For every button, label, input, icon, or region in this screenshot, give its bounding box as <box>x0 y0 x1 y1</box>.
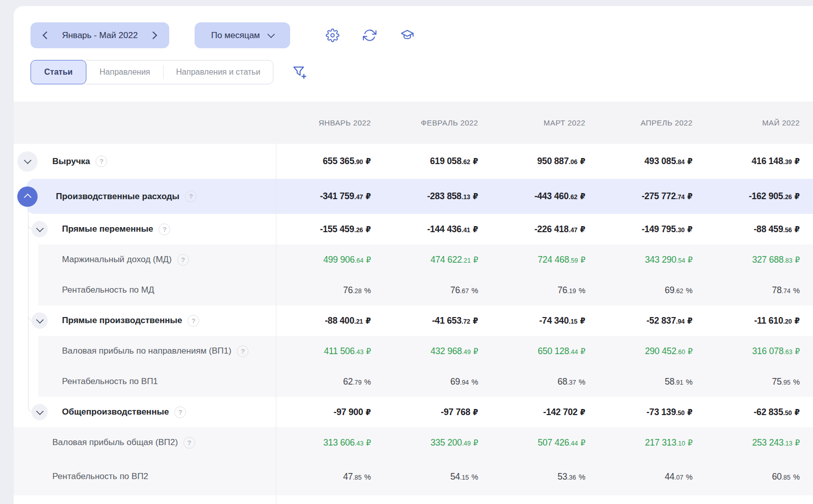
expand-button[interactable] <box>32 404 48 420</box>
row-label-cell: Прямые переменные? <box>14 214 276 244</box>
prev-period-button[interactable] <box>41 29 52 41</box>
value-cell: 650 128.44₽ <box>490 346 598 357</box>
help-icon[interactable]: ? <box>187 315 199 327</box>
value-cell: -142 702₽ <box>490 407 598 418</box>
value-cell: 327 688.83₽ <box>705 255 812 265</box>
column-header-march: МАРТ 2022 <box>490 118 598 127</box>
refresh-icon <box>363 28 377 42</box>
row-label-cell: Рентабельность по МД <box>14 275 276 305</box>
value-cell: 290 452.60₽ <box>598 346 705 357</box>
settings-button[interactable] <box>326 28 339 42</box>
grouping-value: По месяцам <box>211 30 260 41</box>
row-label: Рентабельность по ВП1 <box>14 376 158 387</box>
chevron-down-icon <box>36 407 44 415</box>
pnl-table: ЯНВАРЬ 2022 ФЕВРАЛЬ 2022 МАРТ 2022 АПРЕЛ… <box>14 102 813 504</box>
value-cell: 316 078.63₽ <box>705 346 812 357</box>
expand-button[interactable] <box>17 151 38 172</box>
value-cell: -97 900₽ <box>276 407 383 418</box>
refresh-button[interactable] <box>363 28 377 42</box>
value-cell: -275 772.74₽ <box>598 191 705 202</box>
value-cell: -341 759.47₽ <box>276 191 383 202</box>
value-cell: -88 459.56₽ <box>705 224 812 235</box>
value-cell: -155 459.26₽ <box>276 224 383 235</box>
row-label: Рентабельность по ВП2 <box>14 471 148 482</box>
tab-group: Направления Направления и статьи <box>81 60 274 84</box>
tab-directions-and-articles[interactable]: Направления и статьи <box>164 60 273 84</box>
row-label-cell: Выручка? <box>14 144 276 179</box>
value-cell: 416 148.39₽ <box>705 156 812 167</box>
help-icon[interactable]: ? <box>174 406 186 418</box>
tab-directions[interactable]: Направления <box>87 60 163 84</box>
help-icon[interactable]: ? <box>96 155 107 167</box>
chevron-down-icon <box>267 30 275 39</box>
value-cell: 950 887.06₽ <box>490 156 598 167</box>
value-cell: 474 622.21₽ <box>383 255 490 265</box>
row-label-cell: Валовая прибыль общая (ВП2)? <box>14 427 276 458</box>
value-cell: 68.37% <box>490 376 598 387</box>
value-cell: 499 906.64₽ <box>276 255 383 265</box>
education-button[interactable] <box>400 28 415 43</box>
chevron-right-icon <box>149 32 158 40</box>
next-period-button[interactable] <box>147 29 159 41</box>
value-cell: 619 058.62₽ <box>383 156 490 167</box>
table-body: Выручка?655 365.90₽619 058.62₽950 887.06… <box>14 144 813 495</box>
table-row: Прямые производственные?-88 400.21₽-41 6… <box>14 305 813 336</box>
table-row: Валовая прибыль общая (ВП2)?313 606.43₽3… <box>14 427 813 458</box>
value-cell: 69.94% <box>383 376 490 387</box>
table-row: Общепроизводственные?-97 900₽-97 768₽-14… <box>14 397 813 427</box>
table-row: Прямые переменные?-155 459.26₽-144 436.4… <box>14 214 813 244</box>
value-cell: 217 313.10₽ <box>598 437 705 448</box>
value-cell: 44.07% <box>598 471 705 482</box>
value-cell: 343 290.54₽ <box>598 255 705 265</box>
value-cell: 253 243.13₽ <box>705 437 812 448</box>
value-cell: -52 837.94₽ <box>598 316 705 326</box>
expand-button[interactable] <box>32 312 48 329</box>
collapse-button[interactable] <box>17 186 38 207</box>
period-picker: Январь - Май 2022 <box>30 22 169 48</box>
value-cell: 335 200.49₽ <box>383 437 490 448</box>
value-cell: 507 426.44₽ <box>490 437 598 448</box>
help-icon[interactable]: ? <box>185 191 197 202</box>
value-cell: 54.15% <box>383 471 490 482</box>
value-cell: 76.19% <box>490 285 598 296</box>
column-header-may: МАЙ 2022 <box>705 118 812 127</box>
value-cell: 411 506.43₽ <box>276 346 383 357</box>
graduation-cap-icon <box>400 28 415 43</box>
value-cell: -74 340.15₽ <box>490 316 598 326</box>
gear-icon <box>326 28 339 42</box>
view-tabs: Статьи Направления Направления и статьи <box>30 60 813 84</box>
grouping-select[interactable]: По месяцам <box>195 22 290 48</box>
help-icon[interactable]: ? <box>159 224 170 235</box>
help-icon[interactable]: ? <box>177 254 189 266</box>
help-icon[interactable]: ? <box>183 437 195 449</box>
value-cell: 78.74% <box>705 285 812 296</box>
value-cell: 47.85% <box>276 471 383 482</box>
expand-button[interactable] <box>32 221 48 237</box>
add-filter-button[interactable] <box>292 65 307 80</box>
value-cell: -41 653.72₽ <box>383 316 490 326</box>
row-label-cell: Валовая прибыль по направлениям (ВП1)? <box>14 336 276 366</box>
tab-articles[interactable]: Статьи <box>30 60 86 84</box>
value-cell: -97 768₽ <box>383 407 490 418</box>
table-row: Рентабельность по ВП247.85%54.15%53.36%4… <box>14 458 813 495</box>
value-cell: 76.28% <box>276 285 383 296</box>
table-row: Рентабельность по ВП162.79%69.94%68.37%5… <box>14 366 813 397</box>
filter-plus-icon <box>292 65 307 80</box>
row-label: Рентабельность по МД <box>14 285 154 295</box>
value-cell: 432 968.49₽ <box>383 346 490 357</box>
value-cell: 655 365.90₽ <box>276 156 383 167</box>
table-row: Рентабельность по МД76.28%76.67%76.19%69… <box>14 275 813 305</box>
row-label: Валовая прибыль по направлениям (ВП1) <box>14 346 231 356</box>
value-cell: -283 858.13₽ <box>383 191 490 202</box>
column-header-february: ФЕВРАЛЬ 2022 <box>383 118 490 127</box>
period-label: Январь - Май 2022 <box>62 30 138 41</box>
row-label: Валовая прибыль общая (ВП2) <box>14 437 178 448</box>
column-header-april: АПРЕЛЬ 2022 <box>598 118 705 127</box>
chevron-up-icon <box>23 194 32 202</box>
chevron-left-icon <box>43 32 51 40</box>
value-cell: 313 606.43₽ <box>276 437 383 448</box>
row-label: Маржинальный доход (МД) <box>14 255 172 265</box>
value-cell: 62.79% <box>276 376 383 387</box>
row-label-cell: Маржинальный доход (МД)? <box>14 244 276 275</box>
help-icon[interactable]: ? <box>237 345 248 357</box>
